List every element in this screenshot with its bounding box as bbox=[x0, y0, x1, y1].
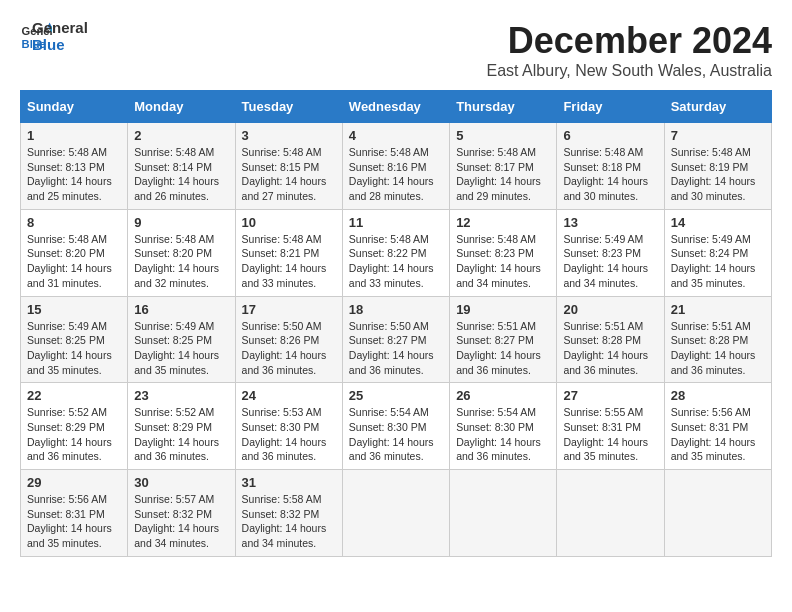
header-friday: Friday bbox=[557, 91, 664, 123]
day-info: Sunrise: 5:54 AMSunset: 8:30 PMDaylight:… bbox=[456, 406, 541, 462]
day-number: 2 bbox=[134, 128, 228, 143]
calendar-cell: 4 Sunrise: 5:48 AMSunset: 8:16 PMDayligh… bbox=[342, 123, 449, 210]
day-info: Sunrise: 5:48 AMSunset: 8:21 PMDaylight:… bbox=[242, 233, 327, 289]
day-info: Sunrise: 5:48 AMSunset: 8:17 PMDaylight:… bbox=[456, 146, 541, 202]
calendar-cell bbox=[557, 470, 664, 557]
day-info: Sunrise: 5:48 AMSunset: 8:20 PMDaylight:… bbox=[27, 233, 112, 289]
calendar-title: December 2024 bbox=[487, 20, 772, 62]
day-info: Sunrise: 5:48 AMSunset: 8:15 PMDaylight:… bbox=[242, 146, 327, 202]
header: General Blue General Blue December 2024 … bbox=[20, 20, 772, 80]
day-info: Sunrise: 5:52 AMSunset: 8:29 PMDaylight:… bbox=[27, 406, 112, 462]
day-info: Sunrise: 5:49 AMSunset: 8:23 PMDaylight:… bbox=[563, 233, 648, 289]
calendar-cell: 14 Sunrise: 5:49 AMSunset: 8:24 PMDaylig… bbox=[664, 209, 771, 296]
calendar-cell: 22 Sunrise: 5:52 AMSunset: 8:29 PMDaylig… bbox=[21, 383, 128, 470]
calendar-cell: 8 Sunrise: 5:48 AMSunset: 8:20 PMDayligh… bbox=[21, 209, 128, 296]
day-info: Sunrise: 5:52 AMSunset: 8:29 PMDaylight:… bbox=[134, 406, 219, 462]
day-info: Sunrise: 5:51 AMSunset: 8:28 PMDaylight:… bbox=[671, 320, 756, 376]
day-info: Sunrise: 5:51 AMSunset: 8:27 PMDaylight:… bbox=[456, 320, 541, 376]
day-number: 26 bbox=[456, 388, 550, 403]
day-number: 28 bbox=[671, 388, 765, 403]
calendar-cell: 5 Sunrise: 5:48 AMSunset: 8:17 PMDayligh… bbox=[450, 123, 557, 210]
calendar-table: SundayMondayTuesdayWednesdayThursdayFrid… bbox=[20, 90, 772, 557]
day-info: Sunrise: 5:48 AMSunset: 8:18 PMDaylight:… bbox=[563, 146, 648, 202]
calendar-cell: 19 Sunrise: 5:51 AMSunset: 8:27 PMDaylig… bbox=[450, 296, 557, 383]
day-number: 30 bbox=[134, 475, 228, 490]
calendar-cell: 9 Sunrise: 5:48 AMSunset: 8:20 PMDayligh… bbox=[128, 209, 235, 296]
day-number: 18 bbox=[349, 302, 443, 317]
day-number: 31 bbox=[242, 475, 336, 490]
day-number: 7 bbox=[671, 128, 765, 143]
calendar-cell: 7 Sunrise: 5:48 AMSunset: 8:19 PMDayligh… bbox=[664, 123, 771, 210]
day-info: Sunrise: 5:51 AMSunset: 8:28 PMDaylight:… bbox=[563, 320, 648, 376]
day-info: Sunrise: 5:49 AMSunset: 8:24 PMDaylight:… bbox=[671, 233, 756, 289]
calendar-cell: 16 Sunrise: 5:49 AMSunset: 8:25 PMDaylig… bbox=[128, 296, 235, 383]
day-number: 22 bbox=[27, 388, 121, 403]
calendar-cell: 2 Sunrise: 5:48 AMSunset: 8:14 PMDayligh… bbox=[128, 123, 235, 210]
calendar-cell bbox=[450, 470, 557, 557]
calendar-cell: 28 Sunrise: 5:56 AMSunset: 8:31 PMDaylig… bbox=[664, 383, 771, 470]
title-area: December 2024 East Albury, New South Wal… bbox=[487, 20, 772, 80]
calendar-cell: 18 Sunrise: 5:50 AMSunset: 8:27 PMDaylig… bbox=[342, 296, 449, 383]
day-info: Sunrise: 5:57 AMSunset: 8:32 PMDaylight:… bbox=[134, 493, 219, 549]
calendar-week-1: 1 Sunrise: 5:48 AMSunset: 8:13 PMDayligh… bbox=[21, 123, 772, 210]
calendar-cell: 12 Sunrise: 5:48 AMSunset: 8:23 PMDaylig… bbox=[450, 209, 557, 296]
day-number: 1 bbox=[27, 128, 121, 143]
day-info: Sunrise: 5:58 AMSunset: 8:32 PMDaylight:… bbox=[242, 493, 327, 549]
day-number: 24 bbox=[242, 388, 336, 403]
logo: General Blue General Blue bbox=[20, 20, 88, 53]
day-number: 9 bbox=[134, 215, 228, 230]
day-info: Sunrise: 5:48 AMSunset: 8:14 PMDaylight:… bbox=[134, 146, 219, 202]
day-info: Sunrise: 5:49 AMSunset: 8:25 PMDaylight:… bbox=[134, 320, 219, 376]
calendar-cell: 10 Sunrise: 5:48 AMSunset: 8:21 PMDaylig… bbox=[235, 209, 342, 296]
calendar-cell: 17 Sunrise: 5:50 AMSunset: 8:26 PMDaylig… bbox=[235, 296, 342, 383]
calendar-cell: 25 Sunrise: 5:54 AMSunset: 8:30 PMDaylig… bbox=[342, 383, 449, 470]
day-number: 25 bbox=[349, 388, 443, 403]
calendar-cell: 21 Sunrise: 5:51 AMSunset: 8:28 PMDaylig… bbox=[664, 296, 771, 383]
day-info: Sunrise: 5:48 AMSunset: 8:23 PMDaylight:… bbox=[456, 233, 541, 289]
day-number: 13 bbox=[563, 215, 657, 230]
day-info: Sunrise: 5:53 AMSunset: 8:30 PMDaylight:… bbox=[242, 406, 327, 462]
header-monday: Monday bbox=[128, 91, 235, 123]
calendar-cell: 1 Sunrise: 5:48 AMSunset: 8:13 PMDayligh… bbox=[21, 123, 128, 210]
calendar-cell bbox=[664, 470, 771, 557]
calendar-week-4: 22 Sunrise: 5:52 AMSunset: 8:29 PMDaylig… bbox=[21, 383, 772, 470]
day-number: 5 bbox=[456, 128, 550, 143]
calendar-cell bbox=[342, 470, 449, 557]
calendar-cell: 26 Sunrise: 5:54 AMSunset: 8:30 PMDaylig… bbox=[450, 383, 557, 470]
day-number: 14 bbox=[671, 215, 765, 230]
day-number: 16 bbox=[134, 302, 228, 317]
day-info: Sunrise: 5:48 AMSunset: 8:13 PMDaylight:… bbox=[27, 146, 112, 202]
header-wednesday: Wednesday bbox=[342, 91, 449, 123]
logo-general: General bbox=[32, 20, 88, 37]
day-info: Sunrise: 5:48 AMSunset: 8:20 PMDaylight:… bbox=[134, 233, 219, 289]
calendar-cell: 27 Sunrise: 5:55 AMSunset: 8:31 PMDaylig… bbox=[557, 383, 664, 470]
day-number: 21 bbox=[671, 302, 765, 317]
header-sunday: Sunday bbox=[21, 91, 128, 123]
header-row: SundayMondayTuesdayWednesdayThursdayFrid… bbox=[21, 91, 772, 123]
day-number: 20 bbox=[563, 302, 657, 317]
day-number: 11 bbox=[349, 215, 443, 230]
day-number: 19 bbox=[456, 302, 550, 317]
day-number: 27 bbox=[563, 388, 657, 403]
day-number: 15 bbox=[27, 302, 121, 317]
day-number: 6 bbox=[563, 128, 657, 143]
calendar-cell: 29 Sunrise: 5:56 AMSunset: 8:31 PMDaylig… bbox=[21, 470, 128, 557]
calendar-cell: 13 Sunrise: 5:49 AMSunset: 8:23 PMDaylig… bbox=[557, 209, 664, 296]
day-info: Sunrise: 5:55 AMSunset: 8:31 PMDaylight:… bbox=[563, 406, 648, 462]
day-number: 4 bbox=[349, 128, 443, 143]
day-number: 17 bbox=[242, 302, 336, 317]
calendar-cell: 20 Sunrise: 5:51 AMSunset: 8:28 PMDaylig… bbox=[557, 296, 664, 383]
day-number: 29 bbox=[27, 475, 121, 490]
calendar-cell: 23 Sunrise: 5:52 AMSunset: 8:29 PMDaylig… bbox=[128, 383, 235, 470]
day-number: 12 bbox=[456, 215, 550, 230]
calendar-cell: 30 Sunrise: 5:57 AMSunset: 8:32 PMDaylig… bbox=[128, 470, 235, 557]
day-info: Sunrise: 5:48 AMSunset: 8:19 PMDaylight:… bbox=[671, 146, 756, 202]
day-number: 23 bbox=[134, 388, 228, 403]
calendar-week-2: 8 Sunrise: 5:48 AMSunset: 8:20 PMDayligh… bbox=[21, 209, 772, 296]
day-info: Sunrise: 5:56 AMSunset: 8:31 PMDaylight:… bbox=[27, 493, 112, 549]
day-info: Sunrise: 5:50 AMSunset: 8:27 PMDaylight:… bbox=[349, 320, 434, 376]
day-info: Sunrise: 5:49 AMSunset: 8:25 PMDaylight:… bbox=[27, 320, 112, 376]
header-thursday: Thursday bbox=[450, 91, 557, 123]
day-info: Sunrise: 5:48 AMSunset: 8:22 PMDaylight:… bbox=[349, 233, 434, 289]
calendar-cell: 6 Sunrise: 5:48 AMSunset: 8:18 PMDayligh… bbox=[557, 123, 664, 210]
